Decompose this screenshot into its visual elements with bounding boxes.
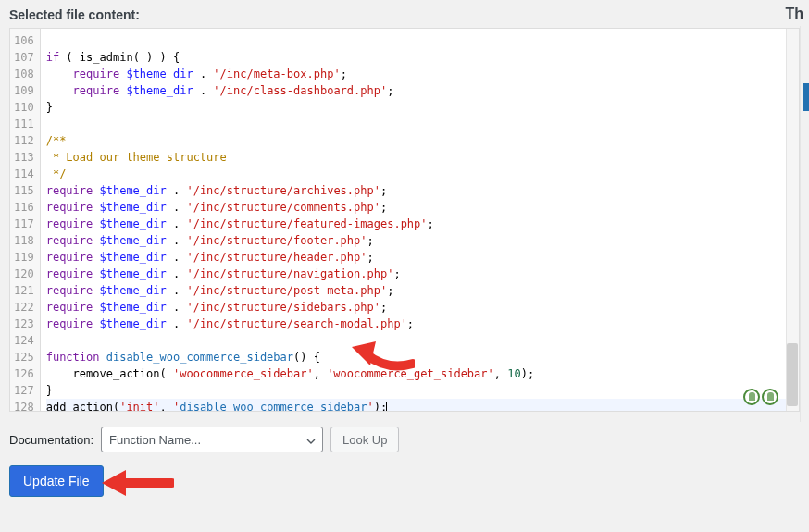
code-line[interactable]: require $theme_dir . '/inc/structure/sid…: [46, 299, 793, 315]
right-partial-text: Th: [785, 6, 803, 22]
code-line[interactable]: require $theme_dir . '/inc/structure/sea…: [46, 315, 793, 332]
update-file-button[interactable]: Update File: [9, 465, 104, 497]
code-line[interactable]: /**: [46, 132, 793, 149]
annotation-arrow-icon: [100, 466, 174, 500]
code-line[interactable]: remove_action( 'woocommerce_sidebar', 'w…: [46, 365, 793, 382]
code-line[interactable]: }: [46, 99, 793, 116]
lookup-button[interactable]: Look Up: [330, 427, 399, 452]
code-line[interactable]: [46, 332, 793, 349]
code-line[interactable]: * Load our theme structure: [46, 149, 793, 166]
code-line[interactable]: require $theme_dir . '/inc/structure/com…: [46, 199, 793, 216]
svg-marker-1: [102, 470, 126, 496]
code-line[interactable]: require $theme_dir . '/inc/structure/arc…: [46, 182, 793, 199]
line-gutter: 1061071081091101111121131141151161171181…: [10, 29, 41, 411]
code-line[interactable]: [46, 116, 793, 132]
code-line[interactable]: require $theme_dir . '/inc/structure/hea…: [46, 249, 793, 266]
code-editor[interactable]: 1061071081091101111121131141151161171181…: [9, 28, 800, 412]
code-line[interactable]: require $theme_dir . '/inc/structure/foo…: [46, 232, 793, 249]
code-line[interactable]: require $theme_dir . '/inc/class-dashboa…: [46, 82, 793, 99]
code-line[interactable]: [46, 32, 793, 49]
code-line[interactable]: require $theme_dir . '/inc/structure/nav…: [46, 266, 793, 282]
footer-controls: Documentation: Function Name... Look Up: [0, 423, 809, 452]
function-select[interactable]: Function Name...: [101, 427, 323, 452]
right-blue-fragment: [803, 83, 809, 111]
code-line[interactable]: add_action('init', 'disable_woo_commerce…: [46, 399, 793, 411]
code-line[interactable]: if ( is_admin( ) ) {: [46, 49, 793, 66]
badge-icon: [743, 389, 760, 405]
code-line[interactable]: require $theme_dir . '/inc/structure/fea…: [46, 216, 793, 232]
code-line[interactable]: require $theme_dir . '/inc/meta-box.php'…: [46, 66, 793, 82]
code-line[interactable]: }: [46, 382, 793, 399]
code-line[interactable]: */: [46, 166, 793, 182]
code-line[interactable]: function disable_woo_commerce_sidebar() …: [46, 349, 793, 365]
code-line[interactable]: require $theme_dir . '/inc/structure/pos…: [46, 282, 793, 299]
page-title: Selected file content:: [0, 0, 809, 28]
documentation-label: Documentation:: [9, 433, 93, 447]
code-content[interactable]: if ( is_admin( ) ) { require $theme_dir …: [41, 29, 799, 411]
editor-badges: [743, 389, 778, 405]
vertical-scrollbar[interactable]: [786, 29, 799, 411]
badge-icon: [762, 389, 778, 405]
scrollbar-thumb[interactable]: [787, 343, 798, 406]
